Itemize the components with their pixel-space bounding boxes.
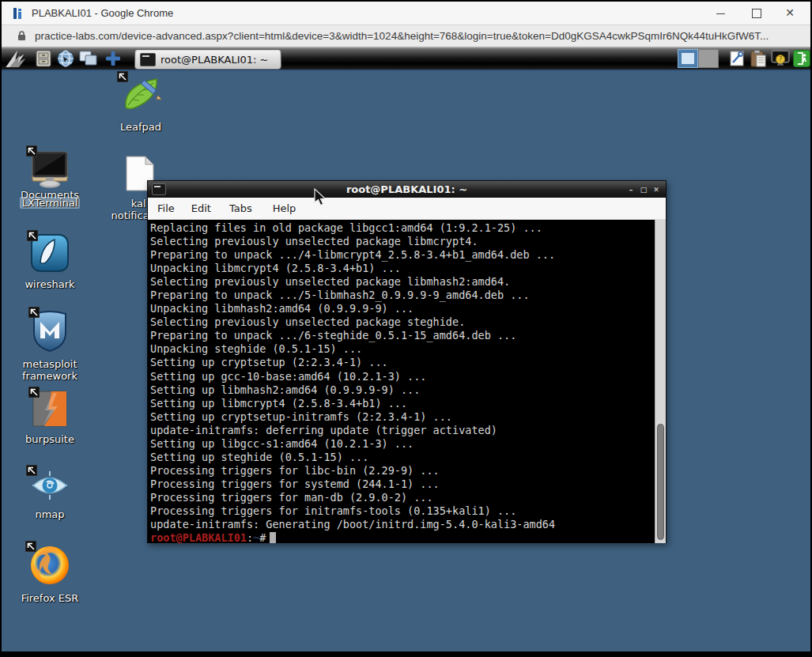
add-launcher-icon[interactable] <box>103 49 123 68</box>
desktop-icon-label: nmap <box>6 508 93 520</box>
screen: PLABKALI01 - Google Chrome ✕ practice-la… <box>0 0 812 657</box>
menu-tabs[interactable]: Tabs <box>228 202 254 214</box>
terminal-mini-icon <box>140 53 156 66</box>
terminal-line: Replacing files in old package libgcc1:a… <box>150 221 655 235</box>
menu-help[interactable]: Help <box>271 202 298 214</box>
url-text[interactable]: practice-labs.com/device-advanced.aspx?c… <box>35 25 769 47</box>
workspace-pager[interactable] <box>678 49 719 68</box>
terminal-line: Setting up cryptsetup (2:2.3.4-1) ... <box>150 356 655 369</box>
terminal-minimize-button[interactable]: – <box>625 186 637 194</box>
terminal-line: update-initramfs: Generating /boot/initr… <box>150 518 655 531</box>
desktop-icon-metasploit[interactable]: metasploit framework <box>6 310 93 382</box>
terminal-line: Selecting previously unselected package … <box>150 235 655 248</box>
terminal-content[interactable]: Replacing files in old package libgcc1:a… <box>148 220 666 543</box>
terminal-line: update-initramfs: deferring update (trig… <box>150 424 655 437</box>
lock-icon <box>17 31 26 41</box>
terminal-line: Preparing to unpack .../4-libmcrypt4_2.5… <box>150 248 655 262</box>
taskbar-window-label: root@PLABKALI01: ~ <box>161 54 268 66</box>
clipboard-icon[interactable] <box>748 49 769 68</box>
terminal-line: Selecting previously unselected package … <box>150 315 655 329</box>
terminal-scrollbar-thumb[interactable] <box>657 424 664 540</box>
terminal-close-button[interactable]: ✕ <box>650 186 663 194</box>
terminal-line: Processing triggers for systemd (244.1-1… <box>150 478 655 491</box>
terminal-line: Setting up libgcc-s1:amd64 (10.2.1-3) ..… <box>150 437 655 451</box>
taskbar-window-button[interactable]: root@PLABKALI01: ~ <box>134 49 281 70</box>
iconify-windows-icon[interactable] <box>77 49 100 68</box>
desktop-icon-firefox[interactable]: Firefox ESR <box>6 544 93 604</box>
kali-menu-icon[interactable] <box>5 49 32 68</box>
terminal-menubar: File Edit Tabs Help <box>148 198 666 220</box>
desktop-icon-leafpad[interactable]: Leafpad <box>97 74 184 133</box>
terminal-line: Setting up steghide (0.5.1-15) ... <box>150 451 655 464</box>
terminal-line: Preparing to unpack .../5-libmhash2_0.9.… <box>150 289 655 302</box>
terminal-titlebar[interactable]: root@PLABKALI01: ~ – □ ✕ <box>148 181 666 198</box>
maximize-button[interactable] <box>739 2 774 25</box>
menu-edit[interactable]: Edit <box>190 202 213 214</box>
screenshot-icon[interactable] <box>727 49 747 68</box>
shortcut-badge-icon <box>28 387 40 398</box>
browser-title: PLABKALI01 - Google Chrome <box>32 2 173 25</box>
desktop-icon-label: burpsuite <box>6 433 93 445</box>
browser-titlebar: PLABKALI01 - Google Chrome ✕ <box>2 2 810 25</box>
desktop-icon-label: wireshark <box>6 278 93 290</box>
terminal-window: root@PLABKALI01: ~ – □ ✕ File Edit Tabs … <box>147 180 667 543</box>
file-manager-icon[interactable] <box>33 49 54 68</box>
terminal-title: root@PLABKALI01: ~ <box>148 183 666 195</box>
prompt-user-host: root@PLABKALI01 <box>150 531 247 543</box>
desktop-icon-label: Leafpad <box>97 121 184 133</box>
shortcut-badge-icon <box>25 541 36 552</box>
terminal-scrollbar[interactable] <box>655 220 666 543</box>
desktop-icon-label: metasploit framework <box>6 358 93 382</box>
terminal-line: Processing triggers for libc-bin (2.29-9… <box>150 464 655 478</box>
minimize-button[interactable] <box>703 2 738 25</box>
site-favicon <box>12 7 25 20</box>
terminal-line: Setting up libmhash2:amd64 (0.9.9.9-9) .… <box>150 383 655 397</box>
desktop-icon-wireshark[interactable]: wireshark <box>6 233 93 290</box>
terminal-line: Processing triggers for initramfs-tools … <box>150 504 655 518</box>
terminal-prompt-line: root@PLABKALI01:~# <box>150 531 655 543</box>
shortcut-badge-icon <box>26 465 37 476</box>
workspace-1[interactable] <box>678 49 698 68</box>
logout-icon[interactable] <box>791 49 812 68</box>
terminal-line: Preparing to unpack .../6-steghide_0.5.1… <box>150 329 655 342</box>
terminal-window-icon <box>152 183 166 195</box>
terminal-line: Processing triggers for man-db (2.9.0-2)… <box>150 491 655 504</box>
desktop-icon-nmap[interactable]: nmap <box>6 468 93 520</box>
desktop-icon-label: LXTerminal <box>6 197 93 209</box>
terminal-output: Replacing files in old package libgcc1:a… <box>150 221 655 543</box>
workspace-2[interactable] <box>698 49 719 68</box>
taskbar: root@PLABKALI01: ~ ? <box>2 46 810 70</box>
shortcut-badge-icon <box>117 71 128 82</box>
web-browser-icon[interactable] <box>55 49 76 68</box>
terminal-line: Setting up libmcrypt4 (2.5.8-3.4+b1) ... <box>150 397 655 410</box>
desktop-icon-burpsuite[interactable]: burpsuite <box>6 390 93 445</box>
shortcut-badge-icon <box>26 145 37 157</box>
close-button[interactable]: ✕ <box>772 2 807 25</box>
monitor-info-icon[interactable]: ? <box>770 49 791 68</box>
svg-text:?: ? <box>779 56 782 63</box>
menu-file[interactable]: File <box>156 202 176 214</box>
terminal-line: Unpacking libmhash2:amd64 (0.9.9.9-9) ..… <box>150 302 655 315</box>
shortcut-badge-icon <box>28 307 40 318</box>
terminal-line: Setting up gcc-10-base:amd64 (10.2.1-3) … <box>150 370 655 383</box>
desktop-icon-lxterminal[interactable]: LXTerminal <box>6 149 93 209</box>
shortcut-badge-icon <box>27 230 38 241</box>
terminal-line: Unpacking libmcrypt4 (2.5.8-3.4+b1) ... <box>150 262 655 275</box>
desktop-icon-label: Firefox ESR <box>6 592 93 604</box>
terminal-maximize-button[interactable]: □ <box>637 186 650 194</box>
terminal-line: Unpacking steghide (0.5.1-15) ... <box>150 342 655 356</box>
terminal-cursor <box>270 532 276 543</box>
terminal-line: Selecting previously unselected package … <box>150 275 655 289</box>
terminal-line: Setting up cryptsetup-initramfs (2:2.3.4… <box>150 410 655 424</box>
browser-urlbar[interactable]: practice-labs.com/device-advanced.aspx?c… <box>2 25 810 47</box>
